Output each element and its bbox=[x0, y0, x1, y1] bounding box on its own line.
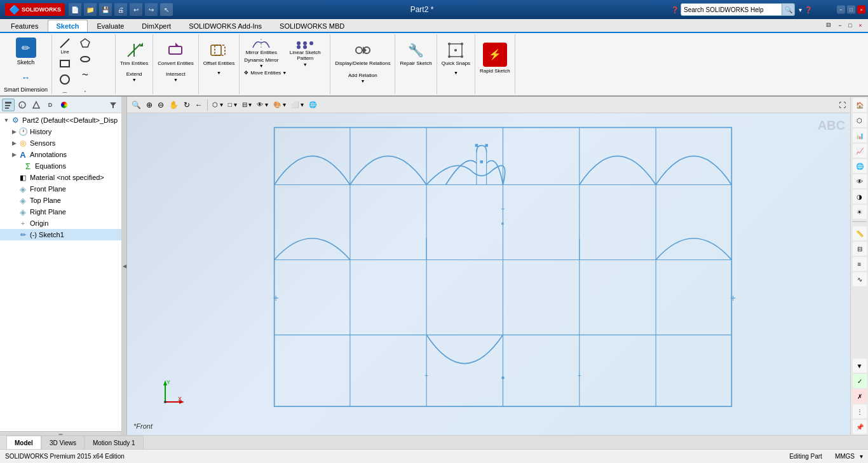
zoom-to-fit-btn[interactable]: 🔍 bbox=[130, 100, 143, 109]
offset-arrow[interactable]: ▼ bbox=[217, 71, 221, 75]
pattern-arrow[interactable]: ▼ bbox=[303, 62, 308, 67]
sidebar-collapse-handle[interactable]: ◀ bbox=[122, 97, 127, 435]
mirror-arrow[interactable]: ▼ bbox=[259, 64, 264, 68]
trim-arrow[interactable]: ▼ bbox=[132, 78, 137, 82]
tab-3dviews[interactable]: 3D Views bbox=[41, 436, 85, 449]
zebra-btn[interactable]: ≡ bbox=[853, 257, 867, 271]
tree-item-annotations[interactable]: ▶ A Annotations bbox=[0, 149, 121, 160]
sidebar-resize-handle[interactable]: ▬ bbox=[0, 431, 121, 435]
measure-btn[interactable]: 📏 bbox=[853, 226, 867, 240]
shadows-btn[interactable]: ◑ bbox=[853, 190, 867, 204]
intersect-btn[interactable]: Intersect bbox=[165, 71, 186, 78]
ellipse-btn[interactable] bbox=[78, 52, 100, 67]
rotate-btn[interactable]: ↻ bbox=[182, 100, 192, 109]
appearance-vp-btn[interactable]: 🌐 bbox=[307, 101, 318, 108]
tree-item-sensors[interactable]: ▶ ◎ Sensors bbox=[0, 137, 121, 149]
search-btn[interactable]: 🔍 bbox=[782, 3, 795, 16]
window-min-btn2[interactable]: − bbox=[835, 20, 845, 31]
cancel-rp-btn[interactable]: ✗ bbox=[853, 389, 867, 403]
linear-pattern-btn[interactable]: Linear Sketch Pattern bbox=[283, 36, 327, 62]
config-manager-btn[interactable] bbox=[30, 99, 43, 111]
search-input[interactable] bbox=[681, 3, 782, 16]
mirror-entities-btn[interactable]: Mirror Entities bbox=[242, 36, 280, 57]
dynamic-mirror-btn[interactable]: Dynamic Mirror bbox=[242, 57, 280, 64]
tree-item-material[interactable]: ◧ Material <not specified> bbox=[0, 172, 121, 183]
pan-btn[interactable]: ✋ bbox=[167, 100, 180, 109]
minimize-btn[interactable]: − bbox=[837, 6, 845, 14]
rapid-sketch-btn[interactable]: ⚡ Rapid Sketch bbox=[478, 36, 512, 80]
new-btn[interactable]: 📄 bbox=[69, 3, 81, 16]
add-relation-btn[interactable]: Add Relation bbox=[347, 72, 379, 79]
curvature-btn[interactable]: ∿ bbox=[853, 272, 867, 286]
window-close-btn2[interactable]: × bbox=[855, 20, 865, 31]
extend-btn[interactable]: Extend bbox=[126, 71, 143, 78]
collapse-ribbon-btn[interactable]: ⊟ bbox=[822, 19, 835, 31]
convert-arrow[interactable]: ▼ bbox=[173, 78, 178, 82]
point-btn[interactable]: · bbox=[78, 83, 100, 97]
window-max-btn2[interactable]: □ bbox=[845, 20, 855, 31]
smart-dimension-btn[interactable]: ↔ Smart Dimension bbox=[3, 67, 49, 94]
restore-btn[interactable]: □ bbox=[847, 6, 855, 14]
appearance-btn[interactable] bbox=[58, 99, 71, 111]
tree-item-history[interactable]: ▶ 🕐 History bbox=[0, 126, 121, 137]
tab-evaluate[interactable]: Evaluate bbox=[89, 20, 133, 32]
ambient-btn[interactable]: ☀ bbox=[853, 205, 867, 219]
3d-view-btn[interactable]: ⬡ bbox=[853, 113, 867, 127]
full-screen-btn[interactable]: ⛶ bbox=[837, 101, 848, 109]
standard-views-btn[interactable]: ⬡ ▾ bbox=[210, 101, 225, 108]
zoom-out-btn[interactable]: ⊖ bbox=[156, 100, 166, 109]
section-view-btn[interactable]: ⊟ ▾ bbox=[240, 101, 254, 108]
collapse-right-btn[interactable]: ▼ bbox=[853, 359, 867, 373]
viewport-btn[interactable]: ⬜ ▾ bbox=[289, 101, 306, 108]
circle-btn[interactable] bbox=[53, 72, 76, 87]
display-style-btn[interactable]: □ ▾ bbox=[226, 101, 239, 108]
tab-mbd[interactable]: SOLIDWORKS MBD bbox=[271, 20, 353, 32]
undo-btn[interactable]: ↩ bbox=[130, 3, 142, 16]
tree-item-front-plane[interactable]: ◈ Front Plane bbox=[0, 183, 121, 195]
check-btn[interactable]: ✓ bbox=[853, 374, 867, 388]
scene-btn[interactable]: 🌐 bbox=[853, 159, 867, 173]
property-manager-btn[interactable]: i bbox=[16, 99, 29, 111]
home-view-btn[interactable]: 🏠 bbox=[853, 98, 867, 112]
trim-entities-btn[interactable]: Trim Entities bbox=[118, 36, 150, 71]
redo-btn[interactable]: ↪ bbox=[145, 3, 158, 16]
line-btn[interactable]: Line bbox=[53, 36, 76, 55]
section-btn2[interactable]: ⊟ bbox=[853, 242, 867, 256]
rect-btn[interactable] bbox=[53, 56, 76, 71]
select-btn[interactable]: ↖ bbox=[160, 3, 173, 16]
solidworks-logo[interactable]: 🔷 SOLIDWORKS bbox=[5, 3, 65, 16]
arc-btn[interactable]: ⌒ bbox=[53, 88, 76, 97]
zoom-in-btn[interactable]: ⊕ bbox=[144, 100, 154, 109]
filter-btn[interactable] bbox=[107, 99, 119, 111]
save-btn[interactable]: 💾 bbox=[99, 3, 112, 16]
dim-expert-btn[interactable]: D bbox=[44, 99, 57, 111]
units-arrow[interactable]: ▾ bbox=[860, 453, 863, 460]
tab-features[interactable]: Features bbox=[3, 20, 46, 32]
offset-entities-btn[interactable]: Offset Entities bbox=[201, 36, 237, 71]
quick-snaps-arrow[interactable]: ▼ bbox=[454, 71, 458, 75]
quick-snaps-btn[interactable]: Quick Snaps bbox=[440, 36, 472, 71]
display-delete-relations-btn[interactable]: Display/Delete Relations bbox=[333, 36, 392, 71]
tab-model[interactable]: Model bbox=[6, 436, 41, 449]
render-mode-btn[interactable]: 📊 bbox=[853, 128, 867, 142]
display-pane-btn[interactable]: 📈 bbox=[853, 144, 867, 158]
tab-addins[interactable]: SOLIDWORKS Add-Ins bbox=[180, 20, 270, 32]
realview-btn[interactable]: 👁 bbox=[853, 174, 867, 188]
convert-entities-btn[interactable]: Convert Entities bbox=[156, 36, 195, 71]
tab-sketch[interactable]: Sketch bbox=[48, 20, 87, 32]
display-arrow[interactable]: ▼ bbox=[360, 79, 365, 83]
tree-item-sketch1[interactable]: ✏ (-) Sketch1 bbox=[0, 229, 121, 240]
render-btn[interactable]: 🎨 ▾ bbox=[271, 101, 288, 108]
pin-btn[interactable]: 📌 bbox=[853, 420, 867, 434]
tree-root[interactable]: ▼ ⚙ Part2 (Default<<Default>_Disp bbox=[0, 114, 121, 126]
print-btn[interactable]: 🖨 bbox=[114, 3, 127, 16]
repair-sketch-btn[interactable]: 🔧 Repair Sketch bbox=[398, 36, 433, 71]
tab-dimxpert[interactable]: DimXpert bbox=[133, 20, 179, 32]
tab-motion[interactable]: Motion Study 1 bbox=[85, 436, 144, 449]
hide-show-btn[interactable]: 👁 ▾ bbox=[255, 101, 270, 108]
tree-item-origin[interactable]: + Origin bbox=[0, 218, 121, 229]
open-btn[interactable]: 📁 bbox=[84, 3, 97, 16]
move-entities-btn[interactable]: ✥ Move Entities ▼ bbox=[242, 69, 327, 76]
more-rp-btn[interactable]: ⋮ bbox=[853, 404, 867, 418]
spline-btn[interactable]: 〜 bbox=[78, 67, 100, 83]
